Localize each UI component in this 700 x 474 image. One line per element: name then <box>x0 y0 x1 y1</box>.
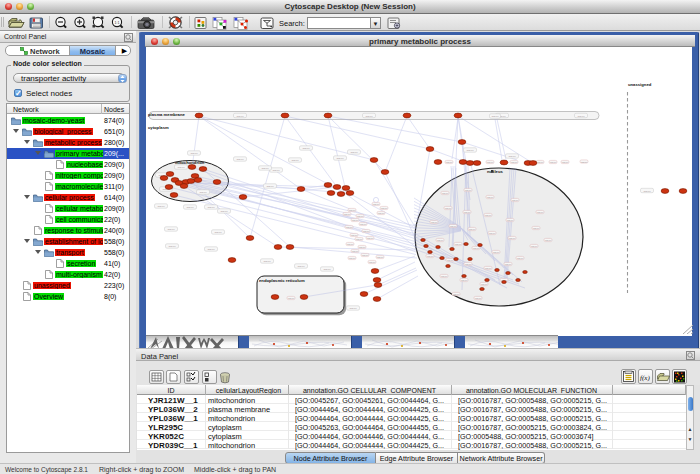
svg-text:GO:00: GO:00 <box>446 161 453 163</box>
svg-text:GO:00: GO:00 <box>537 211 544 213</box>
svg-text:cytoplasm: cytoplasm <box>148 125 169 130</box>
svg-text:GO:00: GO:00 <box>377 256 384 258</box>
svg-text:GO:00: GO:00 <box>581 161 588 163</box>
svg-text:GO:00: GO:00 <box>562 161 569 163</box>
svg-text:GO:00: GO:00 <box>378 212 385 214</box>
svg-text:GO:00: GO:00 <box>367 237 374 239</box>
svg-text:GO:00: GO:00 <box>236 115 244 118</box>
svg-text:GO:00: GO:00 <box>487 196 494 198</box>
svg-text:GO:00: GO:00 <box>507 219 514 221</box>
svg-text:GO:00: GO:00 <box>302 147 310 150</box>
svg-text:GO:00: GO:00 <box>350 151 358 154</box>
svg-text:GO:00: GO:00 <box>362 254 369 256</box>
svg-text:GO:00: GO:00 <box>263 260 271 263</box>
svg-text:GO:00: GO:00 <box>157 205 165 208</box>
svg-text:GO:00: GO:00 <box>466 149 474 152</box>
svg-text:GO:00: GO:00 <box>207 206 215 209</box>
svg-text:GO:00: GO:00 <box>359 246 366 248</box>
svg-text:GO:00: GO:00 <box>431 221 438 223</box>
svg-text:GO:00: GO:00 <box>357 215 364 217</box>
svg-text:GO:00: GO:00 <box>207 248 215 251</box>
svg-text:GO:00: GO:00 <box>266 185 274 188</box>
svg-text:GO:00: GO:00 <box>475 297 482 299</box>
svg-text:GO:00: GO:00 <box>461 279 468 281</box>
svg-text:GO:00: GO:00 <box>493 251 500 253</box>
svg-text:unassigned: unassigned <box>628 82 652 87</box>
svg-text:GO:00: GO:00 <box>356 238 363 240</box>
svg-text:plasma membrane: plasma membrane <box>148 112 185 117</box>
svg-text:GO:00: GO:00 <box>485 267 492 269</box>
svg-text:GO:00: GO:00 <box>272 169 280 172</box>
svg-text:GO:00: GO:00 <box>442 192 449 194</box>
svg-text:nucleus: nucleus <box>487 169 503 174</box>
svg-text:f(x): f(x) <box>640 374 650 382</box>
svg-text:GO:00: GO:00 <box>369 261 376 263</box>
svg-text:GO:00: GO:00 <box>465 189 472 191</box>
svg-text:GO:00: GO:00 <box>297 265 305 268</box>
svg-text:GO:00: GO:00 <box>512 199 519 201</box>
svg-text:GO:00: GO:00 <box>381 207 388 209</box>
svg-text:GO:00: GO:00 <box>360 223 367 225</box>
svg-text:GO:00: GO:00 <box>511 161 518 163</box>
svg-text:GO:00: GO:00 <box>352 250 359 252</box>
svg-text:GO:00: GO:00 <box>352 219 359 221</box>
svg-text:GO:00: GO:00 <box>445 207 452 209</box>
svg-text:GO:00: GO:00 <box>214 231 222 234</box>
svg-text:GO:00: GO:00 <box>465 263 472 265</box>
svg-text:GO:00: GO:00 <box>365 115 373 118</box>
svg-text:GO:00: GO:00 <box>455 243 462 245</box>
svg-text:GO:00: GO:00 <box>487 161 494 163</box>
svg-text:GO:00: GO:00 <box>473 247 480 249</box>
svg-text:endoplasmic reticulum: endoplasmic reticulum <box>259 278 305 283</box>
svg-text:GO:00: GO:00 <box>447 259 454 261</box>
svg-text:GO:00: GO:00 <box>450 225 457 227</box>
svg-text:GO:00: GO:00 <box>453 293 460 295</box>
svg-text:GO:00: GO:00 <box>236 158 244 161</box>
svg-text:GO:00: GO:00 <box>505 263 512 265</box>
svg-text:GO:00: GO:00 <box>545 239 552 241</box>
svg-text:GO:00: GO:00 <box>437 239 444 241</box>
svg-text:GO:00: GO:00 <box>349 307 357 310</box>
svg-text:GO:00: GO:00 <box>489 232 496 234</box>
svg-text:GO:00: GO:00 <box>469 228 476 230</box>
svg-text:GO:00: GO:00 <box>531 245 538 247</box>
svg-text:GO:00: GO:00 <box>577 115 585 118</box>
svg-text:GO:00: GO:00 <box>351 234 358 236</box>
svg-text:GO:00: GO:00 <box>261 167 269 170</box>
svg-text:GO:00: GO:00 <box>441 275 448 277</box>
svg-text:GO:00: GO:00 <box>537 161 544 163</box>
svg-text:GO:00: GO:00 <box>349 257 356 259</box>
svg-text:GO:00: GO:00 <box>349 209 356 211</box>
svg-text:mitochondrion: mitochondrion <box>175 160 205 165</box>
svg-text:GO:00: GO:00 <box>363 230 370 232</box>
svg-text:GO:00: GO:00 <box>346 226 353 228</box>
svg-text:GO:00: GO:00 <box>533 227 540 229</box>
svg-text:GO:00: GO:00 <box>186 206 194 209</box>
svg-text:GO:00: GO:00 <box>347 243 354 245</box>
svg-text:1:1: 1:1 <box>115 21 120 25</box>
svg-text:GO:00: GO:00 <box>168 245 176 248</box>
svg-text:GO:00: GO:00 <box>491 115 499 118</box>
svg-text:GO:00: GO:00 <box>508 155 516 158</box>
svg-text:GO:00: GO:00 <box>517 257 524 259</box>
svg-text:GO:00: GO:00 <box>373 203 380 205</box>
svg-text:GO:00: GO:00 <box>485 214 492 216</box>
svg-text:GO:00: GO:00 <box>167 228 175 231</box>
svg-text:GO:00: GO:00 <box>288 297 295 299</box>
svg-text:GO:00: GO:00 <box>344 213 351 215</box>
svg-text:GO:00: GO:00 <box>427 255 434 257</box>
svg-text:GO:00: GO:00 <box>643 190 651 193</box>
svg-text:GO:00: GO:00 <box>464 211 471 213</box>
svg-text:GO:00: GO:00 <box>291 159 299 162</box>
svg-text:GO:00: GO:00 <box>220 210 228 213</box>
svg-text:GO:00: GO:00 <box>199 191 207 194</box>
svg-text:GO:00: GO:00 <box>323 268 331 271</box>
svg-text:GO:00: GO:00 <box>509 237 516 239</box>
svg-text:GO:00: GO:00 <box>550 161 557 163</box>
svg-text:GO:00: GO:00 <box>336 157 344 160</box>
svg-text:GO:00: GO:00 <box>177 166 185 169</box>
svg-text:GO:00: GO:00 <box>190 152 198 155</box>
svg-text:GO:00: GO:00 <box>481 283 488 285</box>
